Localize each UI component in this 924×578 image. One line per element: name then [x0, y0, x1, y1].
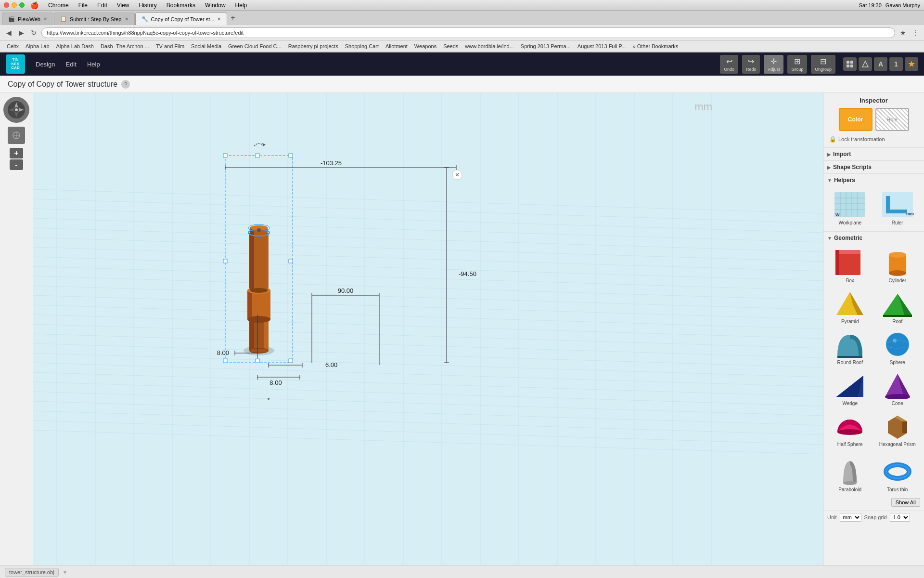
chrome-browser-bar: 🎬 Plex/Web ✕ 📋 Submit : Step By Step ✕ 🔧… — [0, 11, 924, 53]
menu-edit[interactable]: Edit — [61, 58, 81, 71]
hole-button[interactable]: Hole — [875, 108, 909, 131]
text-view-button[interactable]: A — [874, 57, 887, 71]
menu-window[interactable]: Window — [203, 2, 228, 9]
shape-sphere[interactable]: Sphere — [875, 328, 921, 367]
adjust-button[interactable]: ✛ Adjust — [764, 55, 783, 74]
svg-text:6.00: 6.00 — [325, 361, 337, 368]
bookmark-button[interactable]: ★ — [898, 28, 908, 38]
home-view-button[interactable] — [8, 127, 25, 144]
perspective-view-button[interactable] — [859, 57, 872, 71]
tab-tinkercad[interactable]: 🔧 Copy of Copy of Tower st... ✕ — [135, 13, 228, 25]
settings-button[interactable]: ⋮ — [911, 28, 920, 38]
apple-menu[interactable]: 🍎 — [30, 1, 38, 9]
tinkercad-logo[interactable]: TIN KER CAD — [6, 54, 25, 74]
file-name: tower_structure.obj — [5, 568, 59, 577]
unit-select[interactable]: mm in — [840, 513, 861, 522]
lock-icon: 🔒 — [829, 136, 836, 143]
menu-help[interactable]: Help — [82, 58, 105, 71]
new-tab-button[interactable]: + — [228, 12, 238, 24]
group-button[interactable]: ⊞ Group — [787, 55, 807, 74]
show-all-button[interactable]: Show All — [891, 498, 920, 507]
bookmark-bordbia[interactable]: www.bordbia.ie/ind... — [462, 43, 517, 50]
fullscreen-button[interactable] — [19, 2, 25, 8]
svg-point-152 — [837, 429, 862, 435]
tab-submit[interactable]: 📋 Submit : Step By Step ✕ — [54, 13, 135, 25]
tab-close-3[interactable]: ✕ — [217, 16, 221, 22]
menu-edit[interactable]: Edit — [95, 2, 109, 9]
grid-view-button[interactable] — [843, 57, 857, 71]
menu-design[interactable]: Design — [31, 58, 60, 71]
navigation-compass[interactable] — [3, 97, 29, 123]
bookmark-social[interactable]: Social Media — [188, 43, 224, 50]
file-dropdown-arrow[interactable]: ▼ — [63, 569, 68, 575]
close-button[interactable] — [4, 2, 9, 8]
helper-workplane[interactable]: W Workplane — [827, 188, 873, 227]
shape-torus-thin[interactable]: Torus thin — [875, 455, 921, 494]
torus-thin-preview — [880, 457, 915, 486]
forward-button[interactable]: ▶ — [16, 28, 26, 38]
shape-roof[interactable]: Roof — [875, 287, 921, 326]
help-icon-button[interactable]: ? — [121, 80, 130, 89]
bookmark-celtx[interactable]: Celtx — [4, 43, 22, 50]
bookmark-dash[interactable]: Dash -The Archon ... — [98, 43, 152, 50]
tab-plexweb[interactable]: 🎬 Plex/Web ✕ — [2, 13, 53, 25]
shape-cone[interactable]: Cone — [875, 369, 921, 408]
color-button[interactable]: Color — [839, 108, 873, 131]
menu-help[interactable]: Help — [233, 2, 249, 9]
bookmark-weapons[interactable]: Weapons — [411, 43, 439, 50]
undo-button[interactable]: ↩ Undo — [720, 55, 738, 74]
import-row[interactable]: ▶ Import — [823, 148, 924, 161]
geometric-header[interactable]: ▼ Geometric — [823, 232, 924, 244]
url-bar[interactable]: https://www.tinkercad.com/things/h88nppN… — [41, 27, 895, 38]
tab-close-1[interactable]: ✕ — [43, 16, 47, 22]
zoom-in-button[interactable]: + — [10, 148, 23, 158]
inspector-buttons: Color Hole — [827, 108, 920, 131]
bookmark-seeds[interactable]: Seeds — [440, 43, 461, 50]
helper-ruler[interactable]: mm Ruler — [875, 188, 921, 227]
number-view-button[interactable]: 1 — [889, 57, 903, 71]
redo-button[interactable]: ↪ Redo — [742, 55, 760, 74]
svg-text:-103.25: -103.25 — [321, 159, 342, 167]
shape-paraboloid[interactable]: Paraboloid — [827, 455, 873, 494]
bookmark-shopping[interactable]: Shopping Cart — [342, 43, 382, 50]
zoom-out-button[interactable]: - — [10, 159, 23, 170]
shapes-grid: Box Cylinder — [823, 244, 924, 453]
bookmark-greencloud[interactable]: Green Cloud Food C... — [225, 43, 284, 50]
star-button[interactable]: ★ — [905, 57, 918, 71]
shape-box[interactable]: Box — [827, 246, 873, 285]
bookmark-allotment[interactable]: Allotment — [383, 43, 411, 50]
bookmark-other[interactable]: » Other Bookmarks — [630, 43, 681, 50]
bookmark-raspberry[interactable]: Raspberry pi projects — [285, 43, 341, 50]
bookmark-alphalab[interactable]: Alpha Lab — [23, 43, 52, 50]
shape-half-sphere[interactable]: Half Sphere — [827, 410, 873, 449]
bookmark-alphalabdash[interactable]: Alpha Lab Dash — [53, 43, 97, 50]
tab-label-2: Submit : Step By Step — [70, 16, 122, 22]
helpers-header[interactable]: ▼ Helpers — [823, 174, 924, 186]
back-button[interactable]: ◀ — [4, 28, 13, 38]
snap-select[interactable]: 1.0 0.5 0.1 — [890, 513, 910, 522]
shape-round-roof[interactable]: Round Roof — [827, 328, 873, 367]
mac-menubar: 🍎 Chrome File Edit View History Bookmark… — [0, 0, 924, 11]
minimize-button[interactable] — [12, 2, 17, 8]
tab-close-2[interactable]: ✕ — [125, 16, 128, 22]
menu-chrome[interactable]: Chrome — [46, 2, 71, 9]
reload-button[interactable]: ↻ — [29, 28, 38, 38]
svg-text:-94.50: -94.50 — [459, 270, 476, 277]
ungroup-button[interactable]: ⊟ Ungroup — [811, 55, 835, 74]
bookmark-tvfilm[interactable]: TV and Film — [153, 43, 187, 50]
bookmark-spring2013[interactable]: Spring 2013 Perma... — [518, 43, 574, 50]
shape-cylinder[interactable]: Cylinder — [875, 246, 921, 285]
shape-hexagonal-prism[interactable]: Hexagonal Prism — [875, 410, 921, 449]
main-content: + - — [0, 93, 924, 565]
menu-view[interactable]: View — [115, 2, 131, 9]
bookmark-aug2013[interactable]: August 2013 Full P... — [575, 43, 629, 50]
canvas-area[interactable]: -103.25 -94.50 90.00 8.00 — [33, 93, 823, 565]
svg-point-134 — [889, 270, 906, 276]
menu-bookmarks[interactable]: Bookmarks — [165, 2, 197, 9]
menu-file[interactable]: File — [77, 2, 90, 9]
menu-history[interactable]: History — [137, 2, 159, 9]
shape-pyramid[interactable]: Pyramid — [827, 287, 873, 326]
shape-scripts-header[interactable]: ▶ Shape Scripts — [823, 161, 924, 173]
tab-favicon-1: 🎬 — [8, 16, 15, 23]
shape-wedge[interactable]: Wedge — [827, 369, 873, 408]
